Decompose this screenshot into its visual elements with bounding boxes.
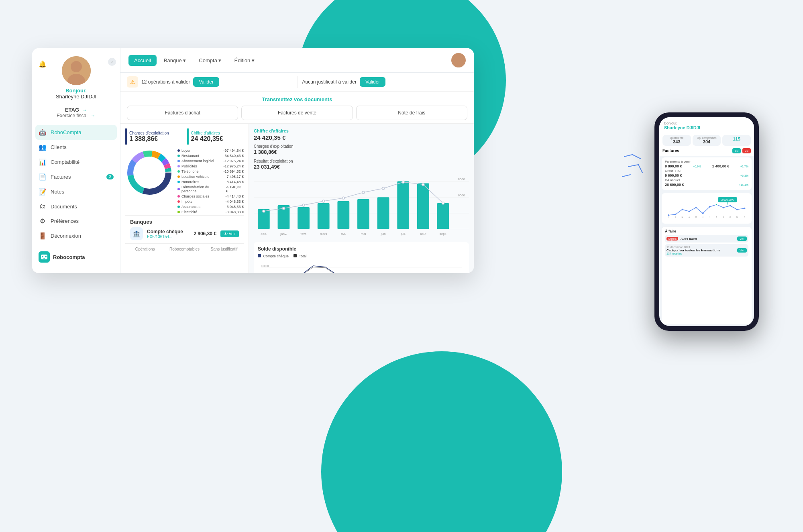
comptabilite-icon: 📊 [39,158,47,166]
topbar-accueil-button[interactable]: Accueil [128,55,157,66]
company-arrow-icon[interactable]: → [82,107,87,113]
svg-point-20 [133,157,165,189]
fiscal-arrow-icon[interactable]: → [91,113,96,118]
bar-chart: 8000 6000 [254,173,469,237]
phone-stat-operations-label: Op. comptables [695,137,719,139]
sidebar-item-preferences[interactable]: ⚙ Préférences [32,214,120,228]
svg-text:M: M [682,216,683,218]
bank-voir-button[interactable]: 👁 Voir [220,230,239,237]
phone-task-section: À faire Urgent Autre tâche Voir 11 décem… [662,227,752,324]
sidebar-item-clients[interactable]: 👥 Clients [32,140,120,155]
topbar-compta-button[interactable]: Compta ▾ [193,55,227,66]
sidebar-item-deconnexion[interactable]: 🚪 Déconnexion [32,228,120,243]
svg-point-69 [702,212,704,214]
sidebar-item-documents[interactable]: 🗂 Documents [32,199,120,214]
svg-text:juin: juin [380,232,385,236]
legend-value-assurances: -3 048,53 € [225,205,244,209]
phone-badges: 88 33 [732,148,751,153]
alert-right-text: Aucun justificatif à valider [302,79,357,85]
company-name: ETAG [65,107,79,113]
legend-abonnement: Abonnement logiciel -12 975,24 € [177,159,244,163]
phone-gross-value: 9 600,00 € [665,173,682,177]
right-result-block: Résultat d'exploitation 23 031,49€ [254,159,469,170]
svg-text:J: J [709,216,710,218]
legend-dot-impots [177,200,180,203]
right-charges-label: Charges d'exploitation [254,144,293,149]
phone-voir-button-1[interactable]: Voir [737,236,747,241]
svg-text:sept.: sept. [440,232,446,236]
sidebar-item-deconnexion-label: Déconnexion [51,233,81,239]
sidebar-item-comptabilite-label: Comptabilité [51,159,79,165]
legend-assurances: Assurances -3 048,53 € [177,205,244,209]
phone-topbar: Bonjour, Sharleyne DJIDJI [659,117,754,132]
svg-point-6 [45,256,47,257]
sidebar-item-comptabilite[interactable]: 📊 Comptabilité [32,155,120,169]
phone-task-1-label: Autre tâche [681,237,735,241]
phone-gross-label: Gross TTC [665,169,681,173]
bank-id: EX6/136154... [147,234,190,239]
right-result-label: Résultat d'exploitation [254,159,469,163]
robocompta-logo-icon [39,251,50,263]
legend-electricite: Electricité -3 048,33 € [177,210,244,214]
deconnexion-icon: 🚪 [39,232,47,240]
svg-text:mai: mai [361,232,366,236]
charges-label: Charges d'exploitation [129,131,169,135]
collapse-button[interactable]: ‹ [108,58,116,66]
topbar-edition-button[interactable]: Édition ▾ [229,55,260,66]
avatar [62,56,91,85]
svg-text:6000: 6000 [458,194,465,197]
main-container: 🔔 ‹ Bonjour, Sharleyne DJIDJI ETAG → Exe… [32,48,474,273]
factures-vente-button[interactable]: Factures de vente [241,106,353,120]
sidebar-item-robocompta[interactable]: 🤖 RoboCompta [35,125,117,140]
solde-legend-cheque: Compte chèque [258,254,289,258]
phone-stats-row: Quantième 343 Op. comptables 304 115 [659,132,754,148]
topbar-banque-button[interactable]: Banque ▾ [158,55,192,66]
tab-operations[interactable]: Opérations [125,244,165,255]
phone-stat-quantieme-label: Quantième [665,137,689,139]
phone-task-item-2: 11 décembre 2023 Catégoriser toutes les … [665,244,748,257]
svg-line-90 [628,165,638,167]
svg-point-44 [402,181,404,183]
svg-text:N: N [736,216,738,218]
legend-dot-remuneration [177,188,180,190]
legend-label-charges-sociales: Charges sociales [181,194,209,198]
sidebar-item-notes[interactable]: 📝 Notes [32,184,120,199]
legend-charges-sociales: Charges sociales -4 414,48 € [177,194,244,198]
svg-point-8 [455,55,462,62]
svg-point-42 [362,191,365,194]
company-row: ETAG → [39,107,114,113]
legend-label-publicites: Publicités [181,164,197,168]
sidebar-item-factures[interactable]: 📄 Factures 3 [32,169,120,184]
tab-sans-justificatif[interactable]: Sans justificatif [204,244,244,255]
svg-rect-32 [357,199,369,229]
alert-item-right: Aucun justificatif à valider Valider [302,77,468,87]
tab-robocomptables[interactable]: Robocomptables [165,244,204,255]
phone-stat-quantieme: Quantième 343 [662,135,691,146]
alert-validate-right-button[interactable]: Valider [360,77,385,87]
svg-line-89 [632,155,640,159]
alert-validate-left-button[interactable]: Valider [193,77,219,87]
alert-item-left: ⚠ 12 opérations à valider Valider [127,76,292,88]
legend-dot-publicites [177,165,180,167]
legend-value-honoraires: -8 414,48 € [225,180,244,184]
legend-publicites: Publicités -12 975,24 € [177,164,244,168]
legend-dot-charges-sociales [177,195,180,198]
legend-value-restaurant: -34 540,43 € [223,154,244,158]
sidebar-item-documents-label: Documents [51,204,77,210]
phone-task-2-date: 11 décembre 2023 [666,246,720,249]
legend-impots: Impôts -4 046,33 € [177,200,244,204]
note-frais-button[interactable]: Note de frais [356,106,467,120]
svg-line-88 [624,155,632,157]
phone-voir-button-2[interactable]: Voir [737,248,747,253]
svg-line-92 [622,175,630,177]
documents-buttons: Factures d'achat Factures de vente Note … [127,106,467,120]
phone-ca-annuel-label: CA annuel [665,178,680,182]
donut-legend: Loyer -97 494,54 € Restaurant -34 540,43… [177,149,244,215]
svg-text:A: A [689,216,690,218]
phone-payments-values: 9 800,00 € +5,9% 1 400,00 € +1,7% [665,164,748,168]
ca-bar [187,128,189,145]
factures-achat-button[interactable]: Factures d'achat [127,106,238,120]
charges-value: 1 388,86€ [129,135,169,143]
bank-balance: 2 906,30 € [194,231,216,236]
notes-icon: 📝 [39,188,47,196]
